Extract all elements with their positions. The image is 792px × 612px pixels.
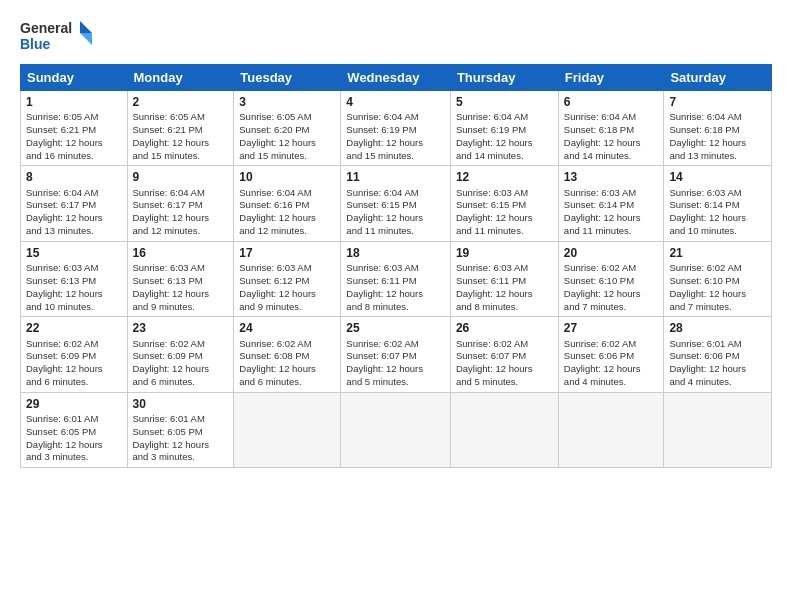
- calendar-cell: 13Sunrise: 6:03 AMSunset: 6:14 PMDayligh…: [558, 166, 664, 241]
- header: GeneralBlue: [20, 16, 772, 56]
- day-number: 17: [239, 245, 335, 261]
- day-number: 11: [346, 169, 445, 185]
- calendar-cell: 21Sunrise: 6:02 AMSunset: 6:10 PMDayligh…: [664, 241, 772, 316]
- calendar-cell: 16Sunrise: 6:03 AMSunset: 6:13 PMDayligh…: [127, 241, 234, 316]
- calendar-header-row: SundayMondayTuesdayWednesdayThursdayFrid…: [21, 65, 772, 91]
- header-tuesday: Tuesday: [234, 65, 341, 91]
- day-info: Sunrise: 6:04 AMSunset: 6:19 PMDaylight:…: [346, 111, 445, 162]
- day-info: Sunrise: 6:04 AMSunset: 6:15 PMDaylight:…: [346, 187, 445, 238]
- day-info: Sunrise: 6:03 AMSunset: 6:11 PMDaylight:…: [456, 262, 553, 313]
- calendar-cell: 7Sunrise: 6:04 AMSunset: 6:18 PMDaylight…: [664, 91, 772, 166]
- day-info: Sunrise: 6:05 AMSunset: 6:20 PMDaylight:…: [239, 111, 335, 162]
- day-info: Sunrise: 6:02 AMSunset: 6:07 PMDaylight:…: [456, 338, 553, 389]
- calendar-cell: 8Sunrise: 6:04 AMSunset: 6:17 PMDaylight…: [21, 166, 128, 241]
- calendar-cell: 2Sunrise: 6:05 AMSunset: 6:21 PMDaylight…: [127, 91, 234, 166]
- page: GeneralBlue SundayMondayTuesdayWednesday…: [0, 0, 792, 612]
- day-info: Sunrise: 6:02 AMSunset: 6:08 PMDaylight:…: [239, 338, 335, 389]
- day-info: Sunrise: 6:03 AMSunset: 6:14 PMDaylight:…: [564, 187, 659, 238]
- calendar-cell: 12Sunrise: 6:03 AMSunset: 6:15 PMDayligh…: [450, 166, 558, 241]
- calendar-cell: [341, 392, 451, 467]
- day-info: Sunrise: 6:03 AMSunset: 6:14 PMDaylight:…: [669, 187, 766, 238]
- svg-marker-3: [80, 33, 92, 45]
- day-info: Sunrise: 6:02 AMSunset: 6:09 PMDaylight:…: [26, 338, 122, 389]
- calendar-cell: 30Sunrise: 6:01 AMSunset: 6:05 PMDayligh…: [127, 392, 234, 467]
- calendar: SundayMondayTuesdayWednesdayThursdayFrid…: [20, 64, 772, 468]
- week-row-4: 22Sunrise: 6:02 AMSunset: 6:09 PMDayligh…: [21, 317, 772, 392]
- header-friday: Friday: [558, 65, 664, 91]
- calendar-cell: 6Sunrise: 6:04 AMSunset: 6:18 PMDaylight…: [558, 91, 664, 166]
- day-info: Sunrise: 6:02 AMSunset: 6:07 PMDaylight:…: [346, 338, 445, 389]
- svg-text:Blue: Blue: [20, 36, 51, 52]
- day-info: Sunrise: 6:04 AMSunset: 6:19 PMDaylight:…: [456, 111, 553, 162]
- calendar-cell: 14Sunrise: 6:03 AMSunset: 6:14 PMDayligh…: [664, 166, 772, 241]
- day-number: 19: [456, 245, 553, 261]
- week-row-2: 8Sunrise: 6:04 AMSunset: 6:17 PMDaylight…: [21, 166, 772, 241]
- calendar-cell: 4Sunrise: 6:04 AMSunset: 6:19 PMDaylight…: [341, 91, 451, 166]
- day-info: Sunrise: 6:02 AMSunset: 6:09 PMDaylight:…: [133, 338, 229, 389]
- day-number: 27: [564, 320, 659, 336]
- calendar-cell: 23Sunrise: 6:02 AMSunset: 6:09 PMDayligh…: [127, 317, 234, 392]
- day-number: 9: [133, 169, 229, 185]
- day-number: 30: [133, 396, 229, 412]
- calendar-cell: 20Sunrise: 6:02 AMSunset: 6:10 PMDayligh…: [558, 241, 664, 316]
- day-info: Sunrise: 6:04 AMSunset: 6:17 PMDaylight:…: [26, 187, 122, 238]
- day-number: 2: [133, 94, 229, 110]
- week-row-1: 1Sunrise: 6:05 AMSunset: 6:21 PMDaylight…: [21, 91, 772, 166]
- day-number: 21: [669, 245, 766, 261]
- day-info: Sunrise: 6:04 AMSunset: 6:16 PMDaylight:…: [239, 187, 335, 238]
- day-info: Sunrise: 6:03 AMSunset: 6:11 PMDaylight:…: [346, 262, 445, 313]
- calendar-cell: 18Sunrise: 6:03 AMSunset: 6:11 PMDayligh…: [341, 241, 451, 316]
- day-info: Sunrise: 6:01 AMSunset: 6:05 PMDaylight:…: [133, 413, 229, 464]
- day-number: 3: [239, 94, 335, 110]
- calendar-cell: 26Sunrise: 6:02 AMSunset: 6:07 PMDayligh…: [450, 317, 558, 392]
- day-number: 22: [26, 320, 122, 336]
- day-number: 20: [564, 245, 659, 261]
- header-sunday: Sunday: [21, 65, 128, 91]
- calendar-cell: 19Sunrise: 6:03 AMSunset: 6:11 PMDayligh…: [450, 241, 558, 316]
- calendar-cell: 29Sunrise: 6:01 AMSunset: 6:05 PMDayligh…: [21, 392, 128, 467]
- day-number: 13: [564, 169, 659, 185]
- calendar-cell: [558, 392, 664, 467]
- day-info: Sunrise: 6:01 AMSunset: 6:06 PMDaylight:…: [669, 338, 766, 389]
- calendar-cell: 25Sunrise: 6:02 AMSunset: 6:07 PMDayligh…: [341, 317, 451, 392]
- calendar-cell: 27Sunrise: 6:02 AMSunset: 6:06 PMDayligh…: [558, 317, 664, 392]
- calendar-cell: 5Sunrise: 6:04 AMSunset: 6:19 PMDaylight…: [450, 91, 558, 166]
- header-wednesday: Wednesday: [341, 65, 451, 91]
- day-info: Sunrise: 6:04 AMSunset: 6:18 PMDaylight:…: [669, 111, 766, 162]
- day-number: 6: [564, 94, 659, 110]
- logo: GeneralBlue: [20, 16, 100, 56]
- calendar-cell: [450, 392, 558, 467]
- calendar-cell: [234, 392, 341, 467]
- day-info: Sunrise: 6:02 AMSunset: 6:06 PMDaylight:…: [564, 338, 659, 389]
- day-info: Sunrise: 6:02 AMSunset: 6:10 PMDaylight:…: [669, 262, 766, 313]
- calendar-cell: 3Sunrise: 6:05 AMSunset: 6:20 PMDaylight…: [234, 91, 341, 166]
- calendar-cell: 24Sunrise: 6:02 AMSunset: 6:08 PMDayligh…: [234, 317, 341, 392]
- day-number: 18: [346, 245, 445, 261]
- day-info: Sunrise: 6:05 AMSunset: 6:21 PMDaylight:…: [133, 111, 229, 162]
- header-saturday: Saturday: [664, 65, 772, 91]
- calendar-cell: 9Sunrise: 6:04 AMSunset: 6:17 PMDaylight…: [127, 166, 234, 241]
- day-info: Sunrise: 6:03 AMSunset: 6:15 PMDaylight:…: [456, 187, 553, 238]
- day-number: 25: [346, 320, 445, 336]
- calendar-cell: 28Sunrise: 6:01 AMSunset: 6:06 PMDayligh…: [664, 317, 772, 392]
- header-thursday: Thursday: [450, 65, 558, 91]
- day-info: Sunrise: 6:04 AMSunset: 6:18 PMDaylight:…: [564, 111, 659, 162]
- day-number: 16: [133, 245, 229, 261]
- calendar-cell: 11Sunrise: 6:04 AMSunset: 6:15 PMDayligh…: [341, 166, 451, 241]
- week-row-5: 29Sunrise: 6:01 AMSunset: 6:05 PMDayligh…: [21, 392, 772, 467]
- day-number: 10: [239, 169, 335, 185]
- day-number: 4: [346, 94, 445, 110]
- calendar-cell: 15Sunrise: 6:03 AMSunset: 6:13 PMDayligh…: [21, 241, 128, 316]
- day-info: Sunrise: 6:02 AMSunset: 6:10 PMDaylight:…: [564, 262, 659, 313]
- day-info: Sunrise: 6:04 AMSunset: 6:17 PMDaylight:…: [133, 187, 229, 238]
- header-monday: Monday: [127, 65, 234, 91]
- day-info: Sunrise: 6:03 AMSunset: 6:13 PMDaylight:…: [133, 262, 229, 313]
- day-number: 1: [26, 94, 122, 110]
- day-number: 28: [669, 320, 766, 336]
- calendar-cell: 10Sunrise: 6:04 AMSunset: 6:16 PMDayligh…: [234, 166, 341, 241]
- day-number: 15: [26, 245, 122, 261]
- day-number: 12: [456, 169, 553, 185]
- svg-text:General: General: [20, 20, 72, 36]
- day-info: Sunrise: 6:03 AMSunset: 6:12 PMDaylight:…: [239, 262, 335, 313]
- logo-svg: GeneralBlue: [20, 16, 100, 56]
